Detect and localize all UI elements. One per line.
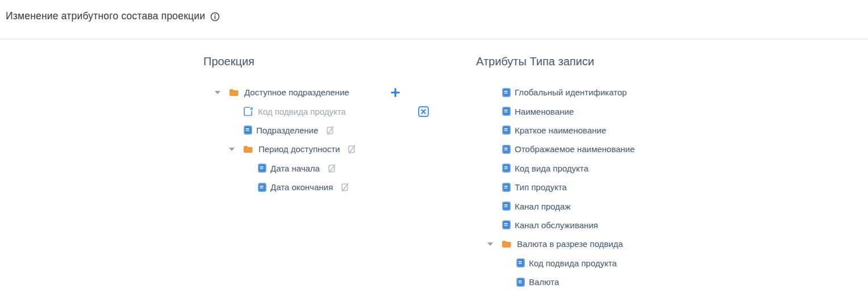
page-title: Изменение атрибутного состава проекции: [6, 10, 205, 22]
projection-tree: Доступное подразделениеКод подвида проду…: [203, 83, 391, 196]
attribute-icon: [502, 220, 511, 229]
tree-node-label: Дата окончания: [270, 183, 333, 191]
tree-node-label: Отображаемое наименование: [515, 145, 635, 153]
tree-node-label: Код подвида продукта: [529, 259, 617, 267]
attribute-icon: [502, 183, 511, 192]
tree-node[interactable]: Краткое наименование: [476, 121, 726, 140]
attribute-composition-dialog: Изменение атрибутного состава проекции П…: [0, 0, 868, 293]
tree-node-label: Период доступности: [258, 145, 340, 153]
attribute-icon: [502, 145, 511, 154]
attribute-icon: [516, 258, 525, 267]
unlink-icon: [341, 182, 349, 192]
dialog-header: Изменение атрибутного состава проекции: [6, 8, 220, 24]
tree-node[interactable]: Подразделение: [203, 121, 429, 140]
tree-node[interactable]: Канал обслуживания: [476, 216, 726, 235]
tree-node[interactable]: Дата окончания: [203, 178, 443, 196]
add-attribute-button[interactable]: [391, 88, 400, 97]
tree-node-label: Код вида продукта: [515, 164, 589, 173]
tree-node[interactable]: Тип продукта: [476, 178, 726, 196]
attribute-icon: [502, 202, 511, 211]
tree-node-label: Наименование: [515, 107, 574, 116]
chevron-down-icon[interactable]: [229, 148, 235, 151]
projection-panel-title: Проекция: [203, 55, 391, 68]
tree-node[interactable]: Наименование: [476, 102, 726, 120]
record-type-attributes-tree: Глобальный идентификаторНаименованиеКрат…: [476, 83, 726, 291]
tree-node[interactable]: Дата начала: [203, 159, 443, 178]
tree-node[interactable]: Доступное подразделение: [203, 83, 400, 102]
projection-panel: Проекция Доступное подразделениеКод подв…: [203, 55, 391, 196]
unlink-icon: [328, 164, 336, 173]
chevron-down-icon[interactable]: [215, 91, 220, 94]
unlink-icon: [326, 125, 335, 135]
folder-icon: [229, 89, 239, 97]
tree-node-label: Краткое наименование: [515, 126, 606, 135]
record-type-attributes-title: Атрибуты Типа записи: [476, 55, 726, 68]
attribute-icon: [516, 278, 525, 287]
tree-node-label: Канал продаж: [515, 202, 570, 211]
tree-node-label: Валюта: [529, 278, 559, 286]
tree-node-label: Тип продукта: [515, 183, 567, 191]
attribute-icon: [244, 125, 252, 135]
chevron-down-icon[interactable]: [487, 242, 493, 246]
remove-attribute-button[interactable]: [418, 106, 429, 117]
folder-icon: [243, 145, 253, 153]
info-icon[interactable]: [210, 12, 220, 22]
tree-node[interactable]: Валюта в разрезе подвида: [476, 235, 726, 253]
record-type-attributes-panel: Атрибуты Типа записи Глобальный идентифи…: [476, 55, 726, 291]
tree-node-label: Подразделение: [256, 126, 318, 135]
tree-node[interactable]: Канал продаж: [476, 196, 726, 215]
attribute-icon: [502, 107, 511, 116]
attribute-icon: [258, 183, 266, 192]
tree-node[interactable]: Отображаемое наименование: [476, 140, 726, 158]
attribute-removed-icon: [244, 106, 254, 116]
tree-node[interactable]: Код подвида продукта: [203, 102, 429, 120]
tree-node-label: Глобальный идентификатор: [515, 88, 627, 97]
tree-node-label: Код подвида продукта: [258, 107, 346, 116]
tree-node-label: Валюта в разрезе подвида: [517, 240, 623, 248]
tree-node-label: Канал обслуживания: [515, 221, 598, 229]
tree-node[interactable]: Валюта: [476, 273, 726, 291]
attribute-icon: [258, 164, 266, 173]
tree-node-label: Дата начала: [270, 164, 320, 173]
attribute-icon: [502, 164, 511, 173]
tree-node[interactable]: Код вида продукта: [476, 159, 726, 178]
attribute-icon: [502, 125, 511, 135]
folder-icon: [502, 240, 511, 248]
tree-node[interactable]: Глобальный идентификатор: [476, 83, 726, 102]
tree-node[interactable]: Код подвида продукта: [476, 254, 726, 273]
tree-node[interactable]: Период доступности: [203, 140, 414, 158]
unlink-icon: [348, 144, 356, 154]
tree-node-label: Доступное подразделение: [244, 88, 349, 97]
attribute-icon: [502, 88, 511, 97]
header-divider: [0, 39, 868, 40]
